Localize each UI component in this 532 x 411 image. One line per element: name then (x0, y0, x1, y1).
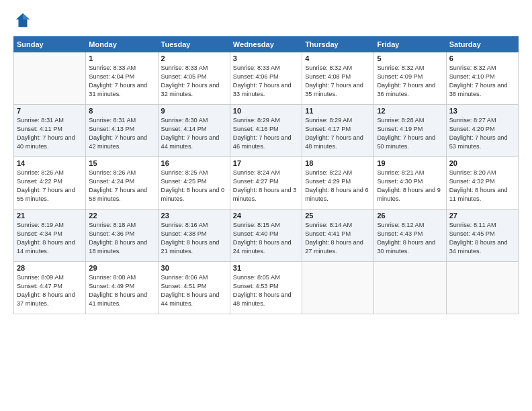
day-number: 15 (89, 159, 154, 167)
day-cell: 13Sunrise: 8:27 AMSunset: 4:20 PMDayligh… (446, 105, 518, 157)
day-info: Sunrise: 8:08 AMSunset: 4:49 PMDaylight:… (89, 273, 154, 308)
weekday-header-saturday: Saturday (446, 37, 518, 52)
day-number: 25 (305, 212, 371, 220)
day-cell: 27Sunrise: 8:11 AMSunset: 4:45 PMDayligh… (446, 210, 518, 262)
day-number: 24 (233, 212, 299, 220)
day-number: 8 (89, 107, 154, 115)
day-cell: 9Sunrise: 8:30 AMSunset: 4:14 PMDaylight… (158, 105, 230, 157)
day-info: Sunrise: 8:14 AMSunset: 4:41 PMDaylight:… (305, 221, 371, 256)
day-info: Sunrise: 8:19 AMSunset: 4:34 PMDaylight:… (17, 221, 83, 256)
day-number: 31 (233, 264, 299, 272)
weekday-header-sunday: Sunday (14, 37, 86, 52)
day-info: Sunrise: 8:11 AMSunset: 4:45 PMDaylight:… (449, 221, 515, 256)
day-cell: 10Sunrise: 8:29 AMSunset: 4:16 PMDayligh… (230, 105, 302, 157)
week-row-2: 7Sunrise: 8:31 AMSunset: 4:11 PMDaylight… (14, 105, 519, 157)
svg-marker-1 (23, 13, 30, 19)
day-cell: 20Sunrise: 8:20 AMSunset: 4:32 PMDayligh… (446, 157, 518, 210)
day-info: Sunrise: 8:12 AMSunset: 4:43 PMDaylight:… (377, 221, 443, 256)
day-number: 21 (17, 212, 83, 220)
day-cell: 29Sunrise: 8:08 AMSunset: 4:49 PMDayligh… (86, 262, 158, 314)
day-cell: 25Sunrise: 8:14 AMSunset: 4:41 PMDayligh… (302, 210, 374, 262)
day-info: Sunrise: 8:05 AMSunset: 4:53 PMDaylight:… (233, 273, 299, 308)
day-info: Sunrise: 8:27 AMSunset: 4:20 PMDaylight:… (449, 116, 515, 151)
day-cell: 6Sunrise: 8:32 AMSunset: 4:10 PMDaylight… (446, 52, 518, 105)
day-number: 27 (449, 212, 515, 220)
day-cell (374, 262, 446, 314)
day-cell: 16Sunrise: 8:25 AMSunset: 4:25 PMDayligh… (158, 157, 230, 210)
day-number: 30 (161, 264, 227, 272)
day-number: 23 (161, 212, 227, 220)
week-row-5: 28Sunrise: 8:09 AMSunset: 4:47 PMDayligh… (14, 262, 519, 314)
day-info: Sunrise: 8:33 AMSunset: 4:06 PMDaylight:… (233, 64, 299, 99)
day-number: 6 (449, 54, 515, 62)
day-cell: 1Sunrise: 8:33 AMSunset: 4:04 PMDaylight… (86, 52, 158, 105)
day-info: Sunrise: 8:29 AMSunset: 4:16 PMDaylight:… (233, 116, 299, 151)
week-row-4: 21Sunrise: 8:19 AMSunset: 4:34 PMDayligh… (14, 210, 519, 262)
day-cell (14, 52, 86, 105)
day-cell: 4Sunrise: 8:32 AMSunset: 4:08 PMDaylight… (302, 52, 374, 105)
day-number: 12 (377, 107, 443, 115)
day-number: 3 (233, 54, 299, 62)
day-cell: 7Sunrise: 8:31 AMSunset: 4:11 PMDaylight… (14, 105, 86, 157)
day-cell: 8Sunrise: 8:31 AMSunset: 4:13 PMDaylight… (86, 105, 158, 157)
day-info: Sunrise: 8:30 AMSunset: 4:14 PMDaylight:… (161, 116, 227, 151)
day-info: Sunrise: 8:09 AMSunset: 4:47 PMDaylight:… (17, 273, 83, 308)
day-cell: 19Sunrise: 8:21 AMSunset: 4:30 PMDayligh… (374, 157, 446, 210)
day-cell: 21Sunrise: 8:19 AMSunset: 4:34 PMDayligh… (14, 210, 86, 262)
day-cell: 2Sunrise: 8:33 AMSunset: 4:05 PMDaylight… (158, 52, 230, 105)
day-cell: 22Sunrise: 8:18 AMSunset: 4:36 PMDayligh… (86, 210, 158, 262)
day-number: 22 (89, 212, 154, 220)
day-cell: 3Sunrise: 8:33 AMSunset: 4:06 PMDaylight… (230, 52, 302, 105)
day-number: 13 (449, 107, 515, 115)
day-info: Sunrise: 8:33 AMSunset: 4:05 PMDaylight:… (161, 64, 227, 99)
day-number: 10 (233, 107, 299, 115)
day-number: 4 (305, 54, 371, 62)
week-row-1: 1Sunrise: 8:33 AMSunset: 4:04 PMDaylight… (14, 52, 519, 105)
day-cell: 23Sunrise: 8:16 AMSunset: 4:38 PMDayligh… (158, 210, 230, 262)
day-info: Sunrise: 8:26 AMSunset: 4:22 PMDaylight:… (17, 169, 83, 203)
day-number: 7 (17, 107, 83, 115)
day-cell: 11Sunrise: 8:29 AMSunset: 4:17 PMDayligh… (302, 105, 374, 157)
weekday-header-row: SundayMondayTuesdayWednesdayThursdayFrid… (14, 37, 519, 52)
day-cell: 15Sunrise: 8:26 AMSunset: 4:24 PMDayligh… (86, 157, 158, 210)
day-number: 5 (377, 54, 443, 62)
day-cell (446, 262, 518, 314)
day-number: 19 (377, 159, 443, 167)
day-info: Sunrise: 8:21 AMSunset: 4:30 PMDaylight:… (377, 169, 443, 203)
week-row-3: 14Sunrise: 8:26 AMSunset: 4:22 PMDayligh… (14, 157, 519, 210)
day-cell: 30Sunrise: 8:06 AMSunset: 4:51 PMDayligh… (158, 262, 230, 314)
day-info: Sunrise: 8:18 AMSunset: 4:36 PMDaylight:… (89, 221, 154, 256)
day-cell: 14Sunrise: 8:26 AMSunset: 4:22 PMDayligh… (14, 157, 86, 210)
header (13, 11, 519, 30)
day-cell: 24Sunrise: 8:15 AMSunset: 4:40 PMDayligh… (230, 210, 302, 262)
day-info: Sunrise: 8:20 AMSunset: 4:32 PMDaylight:… (449, 169, 515, 203)
day-cell: 28Sunrise: 8:09 AMSunset: 4:47 PMDayligh… (14, 262, 86, 314)
weekday-header-tuesday: Tuesday (158, 37, 230, 52)
day-info: Sunrise: 8:29 AMSunset: 4:17 PMDaylight:… (305, 116, 371, 151)
day-info: Sunrise: 8:31 AMSunset: 4:13 PMDaylight:… (89, 116, 154, 151)
day-number: 16 (161, 159, 227, 167)
day-cell: 26Sunrise: 8:12 AMSunset: 4:43 PMDayligh… (374, 210, 446, 262)
day-number: 11 (305, 107, 371, 115)
day-info: Sunrise: 8:26 AMSunset: 4:24 PMDaylight:… (89, 169, 154, 203)
day-cell: 12Sunrise: 8:28 AMSunset: 4:19 PMDayligh… (374, 105, 446, 157)
day-info: Sunrise: 8:32 AMSunset: 4:10 PMDaylight:… (449, 64, 515, 99)
day-cell: 17Sunrise: 8:24 AMSunset: 4:27 PMDayligh… (230, 157, 302, 210)
day-cell (302, 262, 374, 314)
calendar-page: SundayMondayTuesdayWednesdayThursdayFrid… (0, 0, 532, 411)
day-number: 29 (89, 264, 154, 272)
weekday-header-thursday: Thursday (302, 37, 374, 52)
day-info: Sunrise: 8:16 AMSunset: 4:38 PMDaylight:… (161, 221, 227, 256)
day-number: 2 (161, 54, 227, 62)
day-info: Sunrise: 8:24 AMSunset: 4:27 PMDaylight:… (233, 169, 299, 203)
day-info: Sunrise: 8:33 AMSunset: 4:04 PMDaylight:… (89, 64, 154, 99)
weekday-header-wednesday: Wednesday (230, 37, 302, 52)
day-info: Sunrise: 8:25 AMSunset: 4:25 PMDaylight:… (161, 169, 227, 203)
day-number: 9 (161, 107, 227, 115)
day-info: Sunrise: 8:28 AMSunset: 4:19 PMDaylight:… (377, 116, 443, 151)
day-number: 28 (17, 264, 83, 272)
day-number: 18 (305, 159, 371, 167)
day-cell: 18Sunrise: 8:22 AMSunset: 4:29 PMDayligh… (302, 157, 374, 210)
weekday-header-monday: Monday (86, 37, 158, 52)
calendar-table: SundayMondayTuesdayWednesdayThursdayFrid… (13, 36, 519, 314)
